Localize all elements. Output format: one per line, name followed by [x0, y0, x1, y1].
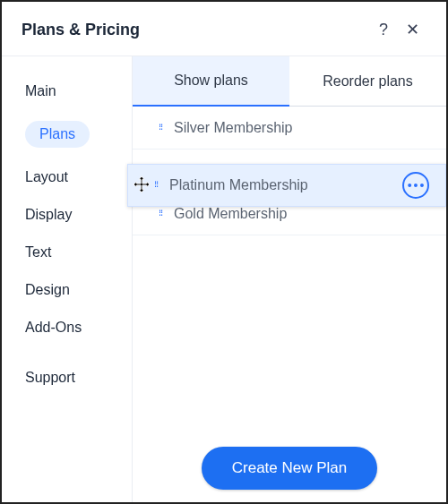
sidebar-item-label: Display	[25, 207, 72, 223]
sidebar: Main Plans Layout Display Text Design Ad…	[2, 56, 133, 502]
sidebar-item-label: Plans	[25, 121, 90, 148]
tabs: Show plans Reorder plans	[133, 56, 446, 107]
sidebar-item-plans[interactable]: Plans	[2, 110, 132, 158]
sidebar-item-layout[interactable]: Layout	[2, 158, 132, 196]
drag-handle-icon[interactable]: ⠿	[144, 182, 168, 189]
sidebar-item-display[interactable]: Display	[2, 196, 132, 234]
tab-reorder-plans[interactable]: Reorder plans	[289, 56, 446, 106]
close-icon[interactable]: ✕	[397, 16, 428, 43]
panel-body: Main Plans Layout Display Text Design Ad…	[2, 56, 446, 502]
sidebar-item-addons[interactable]: Add-Ons	[2, 309, 132, 346]
plans-list: ⠿ Silver Membership ⠿ Gold Membership ⠿ …	[133, 107, 446, 502]
sidebar-divider	[2, 346, 132, 359]
main-area: Show plans Reorder plans ⠿ Silver Member…	[133, 56, 446, 502]
panel-title: Plans & Pricing	[22, 21, 370, 39]
sidebar-item-support[interactable]: Support	[2, 359, 132, 397]
sidebar-item-label: Add-Ons	[25, 320, 82, 336]
tab-show-plans[interactable]: Show plans	[133, 56, 289, 107]
sidebar-item-design[interactable]: Design	[2, 271, 132, 309]
plan-row-dragging[interactable]: ⠿ Platinum Membership •••	[127, 164, 446, 207]
panel-header: Plans & Pricing ? ✕	[2, 2, 446, 56]
plan-more-button[interactable]: •••	[402, 172, 429, 199]
sidebar-item-label: Text	[25, 244, 51, 261]
create-new-plan-button[interactable]: Create New Plan	[202, 447, 378, 490]
plan-row[interactable]: ⠿ Silver Membership	[133, 107, 446, 149]
settings-panel: Plans & Pricing ? ✕ Main Plans Layout Di…	[0, 0, 448, 504]
sidebar-item-text[interactable]: Text	[2, 234, 132, 271]
panel-footer: Create New Plan	[133, 447, 446, 490]
sidebar-item-label: Support	[25, 370, 75, 386]
drag-handle-icon[interactable]: ⠿	[149, 210, 172, 218]
drag-handle-icon[interactable]: ⠿	[149, 124, 172, 132]
plan-name: Platinum Membership	[168, 177, 402, 193]
sidebar-item-label: Main	[25, 83, 56, 99]
help-icon[interactable]: ?	[370, 17, 397, 43]
plan-name: Gold Membership	[172, 206, 446, 222]
sidebar-item-label: Layout	[25, 169, 68, 185]
sidebar-item-main[interactable]: Main	[2, 73, 132, 110]
plan-name: Silver Membership	[172, 120, 446, 136]
sidebar-item-label: Design	[25, 282, 70, 298]
more-icon: •••	[408, 178, 426, 192]
